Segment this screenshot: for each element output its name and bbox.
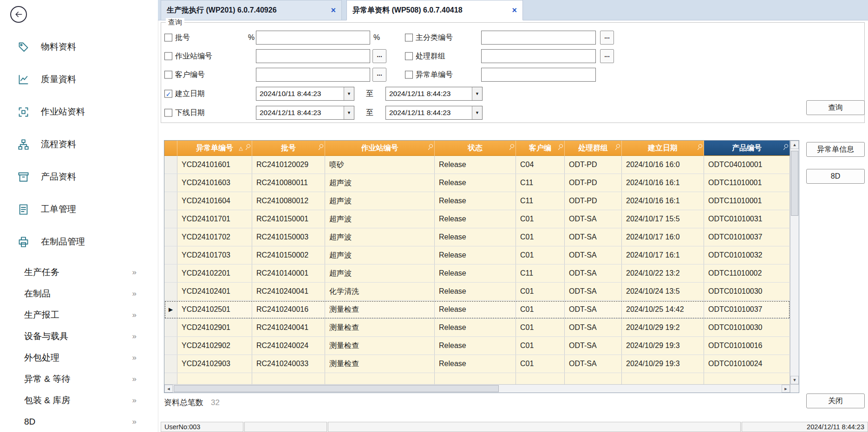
table-row[interactable]: YCD24102903RC2410240033测量检查ReleaseC01ODT…	[164, 355, 790, 373]
cell-product-no[interactable]: ODTC01010031	[704, 210, 790, 228]
cell-abnormal-no[interactable]: YCD24101603	[177, 174, 252, 192]
chevron-down-icon[interactable]: ▼	[472, 106, 482, 119]
cell-handle-group[interactable]: ODT-PD	[565, 192, 622, 210]
sidebar-subitem-equipment-carrier[interactable]: 设备与载具»	[0, 326, 158, 347]
column-header-customer-no[interactable]: 客户编	[516, 141, 565, 156]
cell-workstation-no[interactable]: 喷砂	[325, 156, 435, 174]
scroll-left-icon[interactable]: ◄	[164, 385, 173, 393]
chevron-down-icon[interactable]: ▼	[344, 106, 354, 119]
cell-handle-group[interactable]: ODT-SA	[565, 264, 622, 282]
table-row[interactable]: YCD24102902RC2410240024测量检查ReleaseC01ODT…	[164, 337, 790, 355]
sidebar-item-workorder[interactable]: 工单管理	[0, 193, 158, 226]
cell-status[interactable]: Release	[435, 228, 516, 246]
cell-create-date[interactable]: 2024/10/17 15:5	[622, 210, 704, 228]
main-category-checkbox[interactable]	[405, 34, 413, 42]
table-row[interactable]: YCD24102901RC2410240041测量检查ReleaseC01ODT…	[164, 319, 790, 337]
sidebar-subitem-8d[interactable]: 8D»	[0, 411, 158, 432]
cell-handle-group[interactable]: ODT-PD	[565, 156, 622, 174]
cell-batch-no[interactable]: RC2410240016	[252, 301, 325, 318]
cell-customer-no[interactable]: C11	[516, 192, 565, 210]
workstation-browse-button[interactable]: ...	[372, 49, 386, 63]
pin-icon[interactable]	[614, 143, 621, 151]
cell-abnormal-no[interactable]: YCD24102201	[177, 264, 252, 282]
table-row[interactable]: YCD24101604RC2410080012超声波ReleaseC11ODT-…	[164, 192, 790, 210]
cell-product-no[interactable]: ODTC01010030	[704, 319, 790, 336]
batch-input[interactable]	[256, 31, 370, 45]
main-category-input[interactable]	[481, 31, 596, 45]
cell-workstation-no[interactable]: 超声波	[325, 264, 435, 282]
pin-icon[interactable]	[427, 143, 434, 151]
cell-abnormal-no[interactable]: YCD24102901	[177, 319, 252, 336]
vertical-scrollbar[interactable]: ▲ ▼	[790, 141, 799, 384]
sidebar-subitem-production-report[interactable]: 生产报工»	[0, 304, 158, 326]
cell-batch-no[interactable]: RC2410080012	[252, 192, 325, 210]
table-row[interactable]: YCD24101703RC2410150002超声波ReleaseC01ODT-…	[164, 246, 790, 264]
tab-wp508[interactable]: 异常单资料 (WP508) 6.0.7.40418 ×	[346, 0, 523, 20]
workstation-checkbox[interactable]	[164, 52, 172, 60]
column-header-workstation-no[interactable]: 作业站编号	[325, 141, 435, 156]
row-indicator[interactable]	[164, 337, 177, 355]
cell-create-date[interactable]: 2024/10/16 16:0	[622, 156, 704, 174]
sidebar-item-product[interactable]: 产品资料	[0, 161, 158, 193]
close-icon[interactable]: ×	[331, 6, 336, 14]
row-indicator[interactable]	[164, 246, 177, 264]
sidebar-item-quality[interactable]: 质量資料	[0, 63, 158, 96]
cell-product-no[interactable]: ODTC01010016	[704, 337, 790, 355]
cell-customer-no[interactable]: C01	[516, 283, 565, 300]
cell-batch-no[interactable]: RC2410150001	[252, 210, 325, 228]
row-indicator[interactable]	[164, 210, 177, 228]
sidebar-subitem-abnormal-wait[interactable]: 异常 & 等待»	[0, 368, 158, 390]
abnormal-no-checkbox[interactable]	[405, 71, 413, 79]
cell-product-no[interactable]: ODTC11010001	[704, 174, 790, 192]
batch-checkbox[interactable]	[164, 34, 172, 42]
handle-group-input[interactable]	[481, 49, 596, 63]
cell-customer-no[interactable]: C01	[516, 355, 565, 373]
pin-icon[interactable]	[508, 143, 516, 151]
pin-icon[interactable]	[317, 143, 325, 151]
handle-group-checkbox[interactable]	[405, 52, 413, 60]
row-indicator[interactable]	[164, 355, 177, 373]
vscroll-thumb[interactable]	[791, 151, 798, 216]
pin-icon[interactable]	[782, 143, 790, 151]
handle-group-browse-button[interactable]: ...	[600, 49, 614, 63]
sidebar-item-materials[interactable]: 物料资料	[0, 31, 158, 63]
cell-batch-no[interactable]: RC2410140001	[252, 264, 325, 282]
cell-customer-no[interactable]: C01	[516, 301, 565, 318]
cell-workstation-no[interactable]: 超声波	[325, 174, 435, 192]
table-row[interactable]: YCD24102201RC2410140001超声波ReleaseC11ODT-…	[164, 264, 790, 283]
column-header-abnormal-no[interactable]: 异常单编号△	[177, 141, 252, 156]
sidebar-item-wip-manage[interactable]: 在制品管理	[0, 226, 158, 258]
workstation-input[interactable]	[256, 49, 370, 63]
close-button[interactable]: 关闭	[806, 393, 865, 408]
scroll-down-icon[interactable]: ▼	[790, 376, 799, 384]
chevron-down-icon[interactable]: ▼	[472, 87, 482, 100]
cell-status[interactable]: Release	[435, 246, 516, 264]
cell-batch-no[interactable]: RC2410150003	[252, 228, 325, 246]
offline-date-from-picker[interactable]: 2024/12/11 8:44:23 ▼	[256, 106, 354, 120]
cell-create-date[interactable]: 2024/10/25 14:42	[622, 301, 704, 318]
cell-batch-no[interactable]: RC2410150002	[252, 246, 325, 264]
cell-create-date[interactable]: 2024/10/17 16:1	[622, 246, 704, 264]
row-indicator[interactable]	[164, 319, 177, 336]
search-button[interactable]: 查询	[806, 100, 865, 115]
cell-product-no[interactable]: ODTC11010001	[704, 192, 790, 210]
cell-handle-group[interactable]: ODT-SA	[565, 246, 622, 264]
column-header-handle-group[interactable]: 处理群组	[565, 141, 622, 156]
cell-workstation-no[interactable]: 超声波	[325, 192, 435, 210]
column-header-product-no[interactable]: 产品编号	[704, 141, 790, 156]
cell-workstation-no[interactable]: 超声波	[325, 246, 435, 264]
pin-icon[interactable]	[557, 143, 564, 151]
cell-customer-no[interactable]: C01	[516, 228, 565, 246]
cell-status[interactable]: Release	[435, 301, 516, 318]
cell-handle-group[interactable]: ODT-SA	[565, 210, 622, 228]
row-indicator[interactable]: ▶	[164, 301, 177, 318]
cell-status[interactable]: Release	[435, 319, 516, 336]
table-row[interactable]: ▶YCD24102501RC2410240016测量检查ReleaseC01OD…	[164, 301, 790, 319]
cell-status[interactable]: Release	[435, 337, 516, 355]
table-row[interactable]: YCD24101603RC2410080011超声波ReleaseC11ODT-…	[164, 174, 790, 192]
cell-batch-no[interactable]: RC2410240041	[252, 283, 325, 300]
sidebar-subitem-packing-warehouse[interactable]: 包装 & 库房»	[0, 390, 158, 411]
row-indicator[interactable]	[164, 192, 177, 210]
customer-input[interactable]	[256, 68, 370, 82]
cell-abnormal-no[interactable]: YCD24102903	[177, 355, 252, 373]
